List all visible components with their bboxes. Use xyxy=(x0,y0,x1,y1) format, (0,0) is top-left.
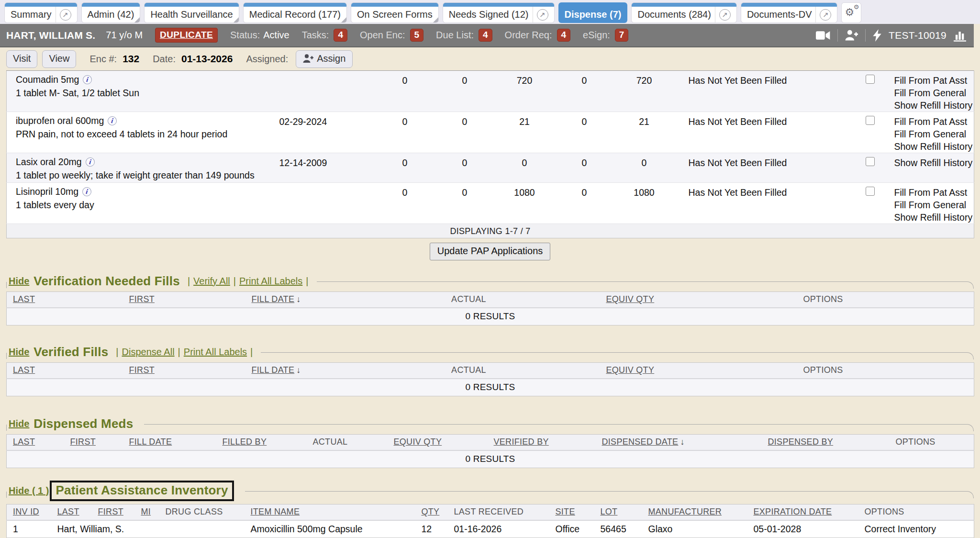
tab-on-screen-forms[interactable]: On Screen Forms xyxy=(351,3,438,22)
open-enc-count-badge[interactable]: 5 xyxy=(410,29,424,42)
fill-from-pat-asst-link[interactable]: Fill From Pat Asst xyxy=(894,74,974,87)
lightning-bolt-icon[interactable] xyxy=(873,29,881,42)
col-last[interactable]: LAST xyxy=(7,363,123,379)
section-verified-fills: Hide Verified Fills | Dispense All | Pri… xyxy=(6,345,974,359)
col-item-name[interactable]: ITEM NAME xyxy=(245,504,415,520)
col-fill-date[interactable]: FILL DATE xyxy=(123,435,216,450)
qty-col4: 0 xyxy=(555,183,614,224)
med-select-checkbox[interactable] xyxy=(866,187,875,196)
tab-summary[interactable]: Summary↗ xyxy=(5,3,77,22)
col-dispensed-date[interactable]: DISPENSED DATE↓ xyxy=(602,435,768,450)
tab-documents[interactable]: Documents (284)↗ xyxy=(632,3,736,22)
drug-name[interactable]: Coumadin 5mg xyxy=(16,74,79,85)
show-refill-history-link[interactable]: Show Refill History xyxy=(894,157,974,169)
popout-icon[interactable]: ↗ xyxy=(820,9,831,21)
fill-from-general-link[interactable]: Fill From General xyxy=(894,87,974,99)
col-actual: ACTUAL xyxy=(307,435,394,450)
drug-name[interactable]: Lisinopril 10mg xyxy=(16,186,78,197)
verify-all-link[interactable]: Verify All xyxy=(193,276,230,287)
col-last[interactable]: LAST xyxy=(7,292,123,308)
correct-inventory-link[interactable]: Correct Inventory xyxy=(865,524,936,534)
med-row-lasix: Lasix oral 20mgi1 tablet po weekly; take… xyxy=(7,153,974,183)
due-list-count-badge[interactable]: 4 xyxy=(479,29,492,42)
col-lot[interactable]: LOT xyxy=(594,504,642,520)
drug-info-icon[interactable]: i xyxy=(82,187,92,197)
col-equiv-qty[interactable]: EQUIV QTY xyxy=(541,363,750,379)
order-req-count-badge[interactable]: 4 xyxy=(557,29,571,42)
col-equiv-qty[interactable]: EQUIV QTY xyxy=(541,292,750,308)
section-dispensed-meds: Hide Dispensed Meds xyxy=(6,416,974,431)
hide-verified-link[interactable]: Hide xyxy=(9,347,29,358)
show-refill-history-link[interactable]: Show Refill History xyxy=(894,140,974,153)
col-filled-by[interactable]: FILLED BY xyxy=(216,435,307,450)
print-all-labels-link[interactable]: Print All Labels xyxy=(184,347,247,358)
fill-from-general-link[interactable]: Fill From General xyxy=(894,128,974,140)
popout-icon[interactable]: ↗ xyxy=(60,9,71,21)
add-person-icon[interactable] xyxy=(845,30,858,41)
col-verified-by[interactable]: VERIFIED BY xyxy=(494,435,602,450)
visit-button[interactable]: Visit xyxy=(6,50,37,68)
show-refill-history-link[interactable]: Show Refill History xyxy=(894,99,974,112)
esign-count-badge[interactable]: 7 xyxy=(615,29,629,42)
tab-admin[interactable]: Admin (42) xyxy=(82,3,140,22)
col-qty[interactable]: QTY xyxy=(415,504,448,520)
video-camera-icon[interactable] xyxy=(816,31,830,40)
fill-from-pat-asst-link[interactable]: Fill From Pat Asst xyxy=(894,186,974,199)
popout-icon[interactable]: ↗ xyxy=(719,9,731,21)
col-fill-date[interactable]: FILL DATE↓ xyxy=(245,292,397,308)
status-value: Active xyxy=(263,30,289,41)
sort-desc-icon: ↓ xyxy=(680,437,684,447)
med-row-coumadin: Coumadin 5mgi1 tablet M- Sat, 1/2 tablet… xyxy=(7,71,974,112)
drug-sig: 1 tablet M- Sat, 1/2 tablet Sun xyxy=(16,85,270,99)
verification-needed-fills-table: LAST FIRST FILL DATE↓ ACTUAL EQUIV QTY O… xyxy=(6,291,974,325)
results-text: 0 RESULTS xyxy=(7,379,974,396)
tab-needs-signed[interactable]: Needs Signed (12)↗ xyxy=(443,3,554,22)
drug-name[interactable]: ibuprofen oral 600mg xyxy=(16,115,104,126)
hide-dispensed-link[interactable]: Hide xyxy=(9,418,29,429)
tab-health-surveillance[interactable]: Health Surveillance xyxy=(145,3,238,22)
col-expiration-date[interactable]: EXPIRATION DATE xyxy=(747,504,858,520)
show-refill-history-link[interactable]: Show Refill History xyxy=(894,211,974,224)
col-fill-date[interactable]: FILL DATE↓ xyxy=(245,363,397,379)
col-first[interactable]: FIRST xyxy=(123,292,245,308)
col-first[interactable]: FIRST xyxy=(123,363,245,379)
med-select-checkbox[interactable] xyxy=(866,75,875,84)
update-pap-applications-button[interactable]: Update PAP Applications xyxy=(430,243,551,260)
drug-sig: PRN pain, not to exceed 4 tablets in 24 … xyxy=(16,126,270,140)
col-inv-id[interactable]: INV ID xyxy=(7,504,51,520)
drug-info-icon[interactable]: i xyxy=(107,116,117,126)
tab-dispense[interactable]: Dispense (7) xyxy=(559,3,627,22)
col-site[interactable]: SITE xyxy=(549,504,594,520)
tab-medical-record[interactable]: Medical Record (177) xyxy=(244,3,346,22)
col-mi[interactable]: MI xyxy=(135,504,159,520)
med-select-checkbox[interactable] xyxy=(866,157,875,166)
view-button[interactable]: View xyxy=(42,50,76,68)
gear-icon: ⚙ xyxy=(845,6,854,19)
col-first[interactable]: FIRST xyxy=(64,435,123,450)
col-equiv-qty[interactable]: EQUIV QTY xyxy=(394,435,494,450)
print-all-labels-link[interactable]: Print All Labels xyxy=(239,276,302,287)
col-first[interactable]: FIRST xyxy=(92,504,135,520)
col-last[interactable]: LAST xyxy=(51,504,92,520)
med-select-checkbox[interactable] xyxy=(866,116,875,125)
col-last[interactable]: LAST xyxy=(7,435,64,450)
drug-name[interactable]: Lasix oral 20mg xyxy=(16,157,82,168)
drug-info-icon[interactable]: i xyxy=(82,75,92,85)
drug-info-icon[interactable]: i xyxy=(85,157,95,167)
assigned-label: Assigned: xyxy=(246,54,288,65)
dispensed-meds-table: LAST FIRST FILL DATE FILLED BY ACTUAL EQ… xyxy=(6,434,974,468)
col-dispensed-by[interactable]: DISPENSED BY xyxy=(768,435,896,450)
bar-chart-icon[interactable] xyxy=(954,29,966,42)
duplicate-badge[interactable]: DUPLICATE xyxy=(155,28,218,43)
assign-button[interactable]: Assign xyxy=(296,50,353,68)
fill-from-general-link[interactable]: Fill From General xyxy=(894,199,974,211)
tasks-count-badge[interactable]: 4 xyxy=(334,29,347,42)
dispense-all-link[interactable]: Dispense All xyxy=(122,347,175,358)
hide-inventory-link[interactable]: Hide ( 1 ) xyxy=(9,485,49,496)
col-manufacturer[interactable]: MANUFACTURER xyxy=(642,504,747,520)
fill-from-pat-asst-link[interactable]: Fill From Pat Asst xyxy=(894,115,974,128)
popout-icon[interactable]: ↗ xyxy=(537,9,548,21)
tab-settings-button[interactable]: ⚙⚙ xyxy=(842,3,861,22)
tab-documents-dv[interactable]: Documents-DV↗ xyxy=(741,3,837,22)
hide-verification-link[interactable]: Hide xyxy=(9,276,29,287)
